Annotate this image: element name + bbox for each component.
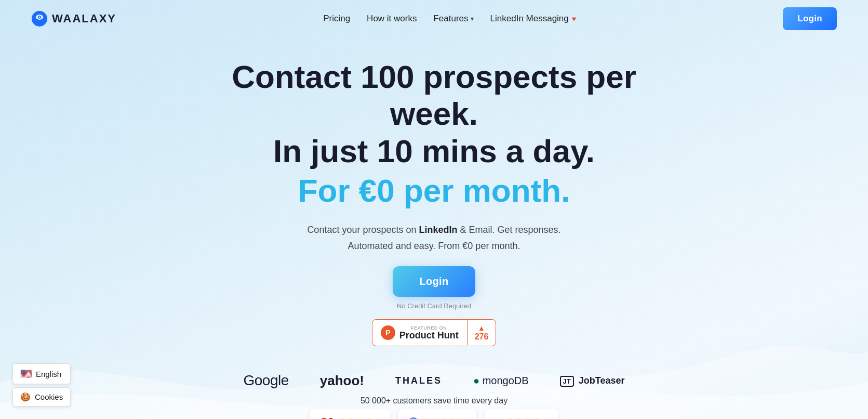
review-g2: G2 ★★★★½	[310, 409, 390, 419]
hero-headline: Contact 100 prospects per week. In just …	[201, 58, 668, 169]
trustpilot-logo: ✦	[495, 417, 502, 419]
cookies-button[interactable]: 🍪 Cookies	[12, 387, 71, 407]
customers-text: 50 000+ customers save time every day	[360, 396, 508, 405]
heart-icon: ♥	[572, 15, 576, 23]
google-stars: ★★★★★	[422, 416, 466, 419]
logo-text: WAALAXY	[52, 12, 116, 25]
brand-yahoo: yahoo!	[320, 373, 364, 389]
us-flag-icon: 🇺🇸	[20, 368, 32, 379]
product-hunt-left: P FEATURED ON Product Hunt	[372, 320, 468, 345]
svg-point-3	[39, 17, 40, 18]
logo[interactable]: WAALAXY	[31, 10, 116, 27]
language-selector[interactable]: 🇺🇸 English	[12, 363, 71, 384]
brands-row: Google yahoo! THALES ● mongoDB JT JobTea…	[243, 372, 624, 389]
product-hunt-votes: ▲ 276	[468, 320, 496, 346]
trustpilot-stars: ★★★★½	[506, 416, 548, 419]
nav-how-it-works[interactable]: How it works	[367, 14, 417, 24]
review-google: G ★★★★★	[398, 409, 476, 419]
g2-stars: ★★★★½	[338, 416, 380, 419]
brands-section: Google yahoo! THALES ● mongoDB JT JobTea…	[0, 372, 868, 405]
brand-thales: THALES	[395, 375, 442, 386]
g2-logo: G2	[320, 416, 334, 419]
product-hunt-icon: P	[381, 325, 395, 340]
main-nav: Pricing How it works Features ▾ LinkedIn…	[323, 14, 576, 24]
header-login-button[interactable]: Login	[783, 7, 837, 30]
brand-mongodb: ● mongoDB	[473, 375, 529, 387]
cookie-icon: 🍪	[20, 392, 31, 402]
google-review-logo: G	[409, 415, 418, 419]
hero-subtext1: Contact your prospects on LinkedIn & Ema…	[307, 222, 560, 238]
product-hunt-name: Product Hunt	[399, 331, 459, 340]
product-hunt-badge[interactable]: P FEATURED ON Product Hunt ▲ 276	[372, 319, 497, 346]
hero-subtext2: Automated and easy. From €0 per month.	[348, 241, 520, 252]
brand-jobteaser: JT JobTeaser	[560, 375, 625, 386]
cta-login-button[interactable]: Login	[393, 266, 476, 297]
logo-icon	[31, 10, 48, 27]
no-credit-card-text: No Credit Card Required	[397, 302, 471, 310]
reviews-row: G2 ★★★★½ G ★★★★★ ✦ ★★★★½	[0, 409, 868, 419]
product-hunt-count: 276	[475, 332, 489, 342]
nav-linkedin-messaging[interactable]: LinkedIn Messaging ♥	[490, 14, 577, 24]
hero-free-line: For €0 per month.	[298, 172, 570, 210]
nav-features[interactable]: Features ▾	[433, 14, 473, 24]
features-chevron-icon: ▾	[471, 15, 474, 22]
cookies-label: Cookies	[35, 392, 63, 401]
language-label: English	[36, 370, 61, 378]
upvote-icon: ▲	[478, 324, 485, 332]
brand-google: Google	[243, 372, 288, 389]
product-hunt-text: FEATURED ON Product Hunt	[399, 326, 459, 340]
nav-pricing[interactable]: Pricing	[323, 14, 350, 24]
cta-section: Login No Credit Card Required P FEATURED…	[372, 266, 497, 346]
review-trustpilot: ✦ ★★★★½	[485, 409, 558, 419]
bottom-left-controls: 🇺🇸 English 🍪 Cookies	[12, 363, 71, 407]
